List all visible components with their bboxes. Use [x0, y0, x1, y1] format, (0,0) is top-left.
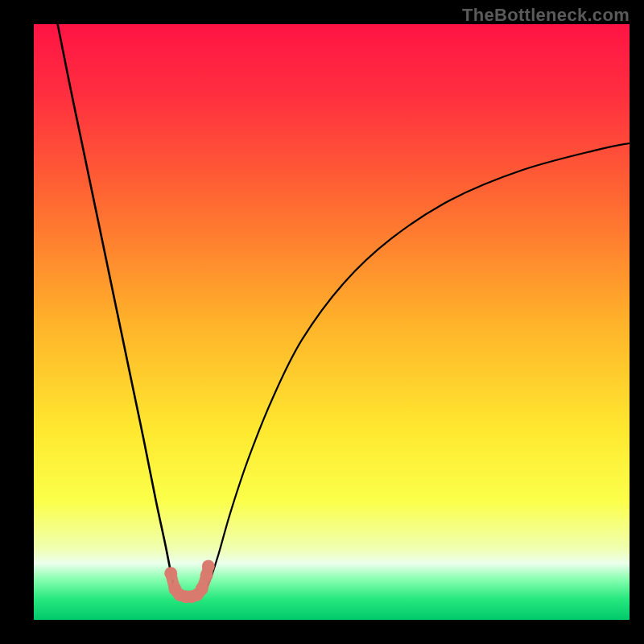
plot-area — [34, 24, 630, 620]
svg-point-9 — [202, 559, 215, 572]
svg-point-7 — [196, 583, 208, 596]
svg-point-1 — [164, 567, 177, 580]
watermark-text: TheBottleneck.com — [462, 5, 630, 26]
valley-marker-band — [164, 559, 215, 603]
bottleneck-curve-right — [202, 143, 630, 594]
curve-layer — [34, 24, 630, 620]
chart-frame: TheBottleneck.com — [0, 0, 644, 644]
bottleneck-curve-left — [58, 24, 180, 594]
